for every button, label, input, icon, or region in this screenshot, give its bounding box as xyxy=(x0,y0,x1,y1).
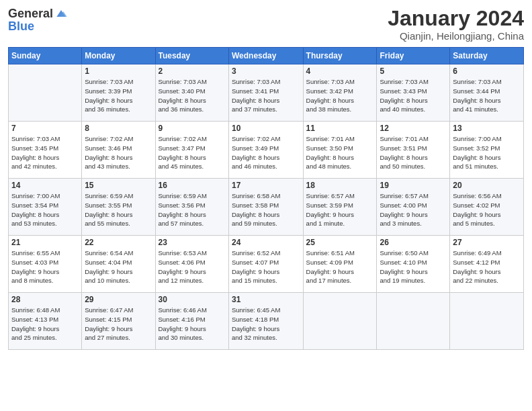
day-cell: 30Sunrise: 6:46 AMSunset: 4:16 PMDayligh… xyxy=(155,293,228,350)
day-cell: 2Sunrise: 7:03 AMSunset: 3:40 PMDaylight… xyxy=(155,64,228,122)
day-info: Sunrise: 7:03 AMSunset: 3:44 PMDaylight:… xyxy=(453,77,521,114)
day-cell: 23Sunrise: 6:53 AMSunset: 4:06 PMDayligh… xyxy=(155,236,228,293)
day-info: Sunrise: 7:03 AMSunset: 3:42 PMDaylight:… xyxy=(306,77,374,114)
day-number: 8 xyxy=(85,124,152,133)
day-number: 29 xyxy=(85,295,152,304)
weekday-header-wednesday: Wednesday xyxy=(228,48,303,64)
weekday-header-friday: Friday xyxy=(377,48,450,64)
day-number: 16 xyxy=(159,181,226,190)
day-cell: 16Sunrise: 6:59 AMSunset: 3:56 PMDayligh… xyxy=(155,179,228,236)
day-info: Sunrise: 6:53 AMSunset: 4:06 PMDaylight:… xyxy=(159,248,226,285)
day-cell: 7Sunrise: 7:03 AMSunset: 3:45 PMDaylight… xyxy=(9,122,82,179)
day-info: Sunrise: 6:59 AMSunset: 3:56 PMDaylight:… xyxy=(159,191,226,228)
day-cell xyxy=(377,293,450,350)
day-cell: 25Sunrise: 6:51 AMSunset: 4:09 PMDayligh… xyxy=(303,236,377,293)
day-cell: 21Sunrise: 6:55 AMSunset: 4:03 PMDayligh… xyxy=(9,236,82,293)
day-cell: 31Sunrise: 6:45 AMSunset: 4:18 PMDayligh… xyxy=(228,293,303,350)
logo: General Blue xyxy=(8,7,68,33)
day-cell: 12Sunrise: 7:01 AMSunset: 3:51 PMDayligh… xyxy=(377,122,450,179)
day-number: 26 xyxy=(380,238,447,247)
day-cell: 11Sunrise: 7:01 AMSunset: 3:50 PMDayligh… xyxy=(303,122,377,179)
day-cell: 6Sunrise: 7:03 AMSunset: 3:44 PMDaylight… xyxy=(450,64,524,122)
day-number: 9 xyxy=(159,124,226,133)
day-number: 21 xyxy=(11,238,79,247)
day-info: Sunrise: 6:56 AMSunset: 4:02 PMDaylight:… xyxy=(453,191,521,228)
day-number: 4 xyxy=(306,66,374,76)
logo-blue: Blue xyxy=(8,19,34,33)
day-number: 27 xyxy=(453,238,521,247)
day-number: 28 xyxy=(11,295,79,304)
day-cell: 17Sunrise: 6:58 AMSunset: 3:58 PMDayligh… xyxy=(228,179,303,236)
day-cell: 18Sunrise: 6:57 AMSunset: 3:59 PMDayligh… xyxy=(303,179,377,236)
day-info: Sunrise: 6:47 AMSunset: 4:15 PMDaylight:… xyxy=(85,306,152,342)
calendar-container: General Blue January 2024 Qianjin, Heilo… xyxy=(0,0,532,357)
day-cell: 4Sunrise: 7:03 AMSunset: 3:42 PMDaylight… xyxy=(303,64,377,122)
day-cell: 28Sunrise: 6:48 AMSunset: 4:13 PMDayligh… xyxy=(9,293,82,350)
day-number: 13 xyxy=(453,124,521,133)
day-number: 31 xyxy=(232,295,300,304)
day-number: 20 xyxy=(453,181,521,190)
day-cell: 1Sunrise: 7:03 AMSunset: 3:39 PMDaylight… xyxy=(82,64,155,122)
location: Qianjin, Heilongjiang, China xyxy=(388,30,524,42)
day-info: Sunrise: 7:02 AMSunset: 3:46 PMDaylight:… xyxy=(85,134,152,171)
day-info: Sunrise: 6:51 AMSunset: 4:09 PMDaylight:… xyxy=(306,248,374,285)
day-info: Sunrise: 6:45 AMSunset: 4:18 PMDaylight:… xyxy=(232,306,300,342)
day-cell: 26Sunrise: 6:50 AMSunset: 4:10 PMDayligh… xyxy=(377,236,450,293)
day-cell: 5Sunrise: 7:03 AMSunset: 3:43 PMDaylight… xyxy=(377,64,450,122)
week-row-4: 21Sunrise: 6:55 AMSunset: 4:03 PMDayligh… xyxy=(9,236,524,293)
day-info: Sunrise: 7:00 AMSunset: 3:54 PMDaylight:… xyxy=(11,191,79,228)
day-info: Sunrise: 6:49 AMSunset: 4:12 PMDaylight:… xyxy=(453,248,521,285)
day-number: 10 xyxy=(232,124,300,133)
day-cell xyxy=(9,64,82,122)
day-number: 1 xyxy=(85,66,152,76)
title-block: January 2024 Qianjin, Heilongjiang, Chin… xyxy=(388,7,524,42)
day-info: Sunrise: 7:01 AMSunset: 3:51 PMDaylight:… xyxy=(380,134,447,171)
day-info: Sunrise: 7:03 AMSunset: 3:40 PMDaylight:… xyxy=(159,77,226,114)
week-row-3: 14Sunrise: 7:00 AMSunset: 3:54 PMDayligh… xyxy=(9,179,524,236)
day-cell: 19Sunrise: 6:57 AMSunset: 4:00 PMDayligh… xyxy=(377,179,450,236)
day-info: Sunrise: 6:55 AMSunset: 4:03 PMDaylight:… xyxy=(11,248,79,285)
day-cell: 22Sunrise: 6:54 AMSunset: 4:04 PMDayligh… xyxy=(82,236,155,293)
logo-general: General xyxy=(8,7,53,19)
week-row-1: 1Sunrise: 7:03 AMSunset: 3:39 PMDaylight… xyxy=(9,64,524,122)
day-number: 3 xyxy=(232,66,300,76)
weekday-header-row: SundayMondayTuesdayWednesdayThursdayFrid… xyxy=(9,48,524,64)
day-cell: 14Sunrise: 7:00 AMSunset: 3:54 PMDayligh… xyxy=(9,179,82,236)
day-cell xyxy=(450,293,524,350)
weekday-header-sunday: Sunday xyxy=(9,48,82,64)
calendar-table: SundayMondayTuesdayWednesdayThursdayFrid… xyxy=(8,47,524,350)
day-info: Sunrise: 7:03 AMSunset: 3:45 PMDaylight:… xyxy=(11,134,79,171)
day-number: 15 xyxy=(85,181,152,190)
day-number: 24 xyxy=(232,238,300,247)
day-number: 7 xyxy=(11,124,79,133)
day-cell: 13Sunrise: 7:00 AMSunset: 3:52 PMDayligh… xyxy=(450,122,524,179)
day-cell: 3Sunrise: 7:03 AMSunset: 3:41 PMDaylight… xyxy=(228,64,303,122)
day-cell: 24Sunrise: 6:52 AMSunset: 4:07 PMDayligh… xyxy=(228,236,303,293)
day-info: Sunrise: 6:52 AMSunset: 4:07 PMDaylight:… xyxy=(232,248,300,285)
day-cell: 27Sunrise: 6:49 AMSunset: 4:12 PMDayligh… xyxy=(450,236,524,293)
day-cell: 15Sunrise: 6:59 AMSunset: 3:55 PMDayligh… xyxy=(82,179,155,236)
day-info: Sunrise: 6:57 AMSunset: 3:59 PMDaylight:… xyxy=(306,191,374,228)
day-cell: 10Sunrise: 7:02 AMSunset: 3:49 PMDayligh… xyxy=(228,122,303,179)
day-number: 14 xyxy=(11,181,79,190)
weekday-header-tuesday: Tuesday xyxy=(155,48,228,64)
day-info: Sunrise: 6:48 AMSunset: 4:13 PMDaylight:… xyxy=(11,306,79,342)
day-number: 18 xyxy=(306,181,374,190)
day-number: 22 xyxy=(85,238,152,247)
day-number: 5 xyxy=(380,66,447,76)
day-info: Sunrise: 7:02 AMSunset: 3:47 PMDaylight:… xyxy=(159,134,226,171)
day-info: Sunrise: 6:57 AMSunset: 4:00 PMDaylight:… xyxy=(380,191,447,228)
weekday-header-saturday: Saturday xyxy=(450,48,524,64)
day-info: Sunrise: 6:46 AMSunset: 4:16 PMDaylight:… xyxy=(159,306,226,342)
day-info: Sunrise: 7:03 AMSunset: 3:39 PMDaylight:… xyxy=(85,77,152,114)
day-info: Sunrise: 7:03 AMSunset: 3:41 PMDaylight:… xyxy=(232,77,300,114)
header: General Blue January 2024 Qianjin, Heilo… xyxy=(8,7,524,42)
day-cell xyxy=(303,293,377,350)
day-cell: 8Sunrise: 7:02 AMSunset: 3:46 PMDaylight… xyxy=(82,122,155,179)
day-number: 6 xyxy=(453,66,521,76)
day-number: 12 xyxy=(380,124,447,133)
day-info: Sunrise: 7:03 AMSunset: 3:43 PMDaylight:… xyxy=(380,77,447,114)
day-number: 19 xyxy=(380,181,447,190)
day-number: 11 xyxy=(306,124,374,133)
day-number: 2 xyxy=(159,66,226,76)
